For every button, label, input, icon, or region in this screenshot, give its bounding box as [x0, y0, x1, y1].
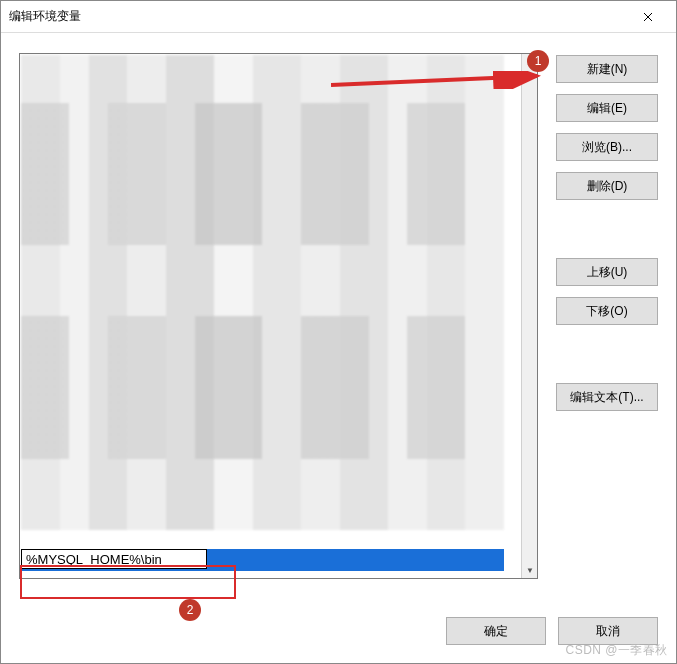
titlebar: 编辑环境变量	[1, 1, 676, 33]
edit-text-button[interactable]: 编辑文本(T)...	[556, 383, 658, 411]
list-row-editing[interactable]	[21, 549, 504, 571]
close-icon	[643, 12, 653, 22]
scroll-up-arrow[interactable]: ▲	[522, 54, 538, 70]
edit-button[interactable]: 编辑(E)	[556, 94, 658, 122]
move-down-button[interactable]: 下移(O)	[556, 297, 658, 325]
window-title: 编辑环境变量	[9, 8, 628, 25]
vertical-scrollbar[interactable]: ▲ ▼	[521, 54, 537, 578]
env-var-edit-input[interactable]	[21, 549, 207, 569]
move-up-button[interactable]: 上移(U)	[556, 258, 658, 286]
env-var-listbox[interactable]: ▲ ▼	[19, 53, 538, 579]
dialog-content: ▲ ▼ 新建(N) 编辑(E) 浏览(B)... 删除(D) 上移(U) 下移(…	[1, 33, 676, 663]
cancel-button[interactable]: 取消	[558, 617, 658, 645]
close-button[interactable]	[628, 3, 668, 31]
listbox-inner	[20, 54, 521, 578]
button-group-gap	[556, 211, 658, 247]
listbox-wrap: ▲ ▼	[19, 53, 538, 579]
side-button-column: 新建(N) 编辑(E) 浏览(B)... 删除(D) 上移(U) 下移(O) 编…	[556, 53, 658, 579]
button-group-gap-2	[556, 336, 658, 372]
bottom-button-row: 确定 取消	[446, 617, 658, 645]
new-button[interactable]: 新建(N)	[556, 55, 658, 83]
browse-button[interactable]: 浏览(B)...	[556, 133, 658, 161]
obscured-list-content	[21, 55, 504, 530]
main-row: ▲ ▼ 新建(N) 编辑(E) 浏览(B)... 删除(D) 上移(U) 下移(…	[19, 53, 658, 579]
scroll-down-arrow[interactable]: ▼	[522, 562, 538, 578]
delete-button[interactable]: 删除(D)	[556, 172, 658, 200]
ok-button[interactable]: 确定	[446, 617, 546, 645]
dialog-edit-env-var: 编辑环境变量 ▲ ▼	[0, 0, 677, 664]
